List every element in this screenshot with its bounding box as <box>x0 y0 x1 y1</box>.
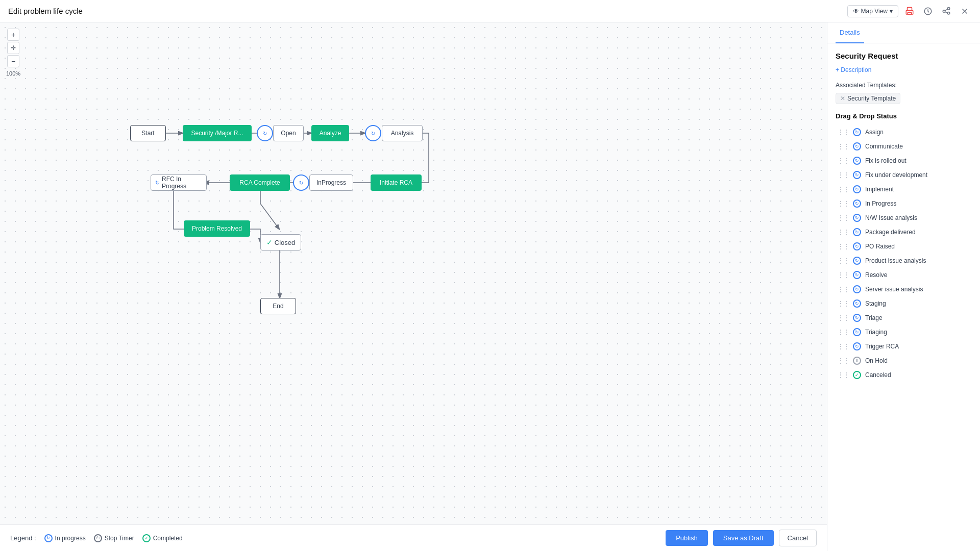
template-tag-x[interactable]: ✕ <box>840 95 845 102</box>
drag-handle[interactable]: ⋮⋮ <box>838 157 849 164</box>
status-item[interactable]: ⋮⋮ ↻ Server issue analysis <box>836 282 972 296</box>
status-item[interactable]: ⋮⋮ ↻ Implement <box>836 182 972 196</box>
status-item[interactable]: ⋮⋮ ↻ Fix is rolled out <box>836 154 972 168</box>
page-title: Edit problem life cycle <box>8 7 83 15</box>
drag-handle[interactable]: ⋮⋮ <box>838 129 849 136</box>
publish-button[interactable]: Publish <box>666 530 708 546</box>
print-icon-button[interactable] <box>902 4 917 18</box>
drag-handle[interactable]: ⋮⋮ <box>838 257 849 264</box>
history-icon-button[interactable] <box>921 4 935 18</box>
add-description-link[interactable]: + Description <box>836 66 972 73</box>
status-item[interactable]: ⋮⋮ ↻ Resolve <box>836 268 972 282</box>
drag-handle[interactable]: ⋮⋮ <box>838 271 849 279</box>
drag-handle[interactable]: ⋮⋮ <box>838 343 849 350</box>
zoom-level: 100% <box>6 70 20 77</box>
status-item[interactable]: ⋮⋮ ⏸ On Hold <box>836 354 972 368</box>
node-security[interactable]: Security /Major R... <box>183 125 252 141</box>
chevron-down-icon: ▾ <box>890 8 893 15</box>
svg-rect-0 <box>908 7 912 10</box>
canvas-area[interactable]: + ✛ − 100% <box>0 22 827 551</box>
drag-handle[interactable]: ⋮⋮ <box>838 329 849 336</box>
panel-title: Security Request <box>836 52 972 60</box>
status-item[interactable]: ⋮⋮ ↻ Assign <box>836 125 972 139</box>
legend-in-progress: In progress <box>44 534 86 542</box>
status-name: PO Raised <box>865 243 895 250</box>
share-icon-button[interactable] <box>939 4 953 18</box>
status-name: Triage <box>865 314 883 321</box>
status-name: Resolve <box>865 271 887 279</box>
node-start[interactable]: Start <box>130 125 166 141</box>
status-item[interactable]: ⋮⋮ ✓ Canceled <box>836 368 972 382</box>
status-name: Canceled <box>865 371 891 379</box>
node-open[interactable]: Open <box>273 125 304 141</box>
status-icon-8: ↻ <box>853 242 861 251</box>
header-actions: 👁 Map View ▾ <box>847 4 972 18</box>
drag-handle[interactable]: ⋮⋮ <box>838 357 849 364</box>
node-closed[interactable]: ✓ Closed <box>260 234 301 251</box>
status-name: Trigger RCA <box>865 343 899 350</box>
status-name: Product issue analysis <box>865 257 926 264</box>
drag-handle[interactable]: ⋮⋮ <box>838 171 849 179</box>
status-item[interactable]: ⋮⋮ ↻ Triaging <box>836 325 972 339</box>
zoom-in-button[interactable]: + <box>7 29 19 41</box>
drag-handle[interactable]: ⋮⋮ <box>838 314 849 321</box>
node-problem-resolved[interactable]: Problem Resolved <box>184 220 250 237</box>
status-item[interactable]: ⋮⋮ ↻ Package delivered <box>836 225 972 239</box>
node-rfc[interactable]: ↻ RFC In Progress <box>151 174 207 191</box>
status-list: ⋮⋮ ↻ Assign ⋮⋮ ↻ Communicate ⋮⋮ ↻ Fix is… <box>836 125 972 382</box>
drag-handle[interactable]: ⋮⋮ <box>838 286 849 293</box>
node-analyze[interactable]: Analyze <box>311 125 349 141</box>
dnd-label: Drag & Drop Status <box>836 112 972 120</box>
status-item[interactable]: ⋮⋮ ↻ PO Raised <box>836 239 972 254</box>
drag-handle[interactable]: ⋮⋮ <box>838 300 849 307</box>
status-item[interactable]: ⋮⋮ ↻ Fix under development <box>836 168 972 182</box>
status-name: N/W Issue analysis <box>865 214 917 221</box>
status-icon-6: ↻ <box>853 214 861 222</box>
node-initiate-rca[interactable]: Initiate RCA <box>371 174 422 191</box>
status-icon-10: ↻ <box>853 271 861 279</box>
legend-completed: ✓ Completed <box>142 534 183 542</box>
drag-handle[interactable]: ⋮⋮ <box>838 200 849 207</box>
drag-handle[interactable]: ⋮⋮ <box>838 243 849 250</box>
status-item[interactable]: ⋮⋮ ↻ Staging <box>836 296 972 311</box>
status-item[interactable]: ⋮⋮ ↻ N/W Issue analysis <box>836 211 972 225</box>
drag-handle[interactable]: ⋮⋮ <box>838 143 849 150</box>
header: Edit problem life cycle 👁 Map View ▾ <box>0 0 980 22</box>
status-item[interactable]: ⋮⋮ ↻ Triage <box>836 311 972 325</box>
drag-handle[interactable]: ⋮⋮ <box>838 214 849 221</box>
zoom-out-button[interactable]: − <box>7 55 19 67</box>
svg-rect-2 <box>908 12 912 14</box>
status-name: Fix is rolled out <box>865 157 906 164</box>
close-icon-button[interactable] <box>958 4 972 18</box>
status-name: Staging <box>865 300 886 307</box>
status-item[interactable]: ⋮⋮ ↻ In Progress <box>836 196 972 211</box>
status-icon-15: ↻ <box>853 342 861 350</box>
status-icon-2: ↻ <box>853 157 861 165</box>
zoom-move-button[interactable]: ✛ <box>7 42 19 54</box>
status-item[interactable]: ⋮⋮ ↻ Trigger RCA <box>836 339 972 354</box>
template-tag: ✕ Security Template <box>836 93 900 104</box>
node-analysis-circle[interactable]: ↻ <box>365 125 381 141</box>
zoom-controls: + ✛ − 100% <box>6 29 20 77</box>
node-rca-complete[interactable]: RCA Complete <box>230 174 290 191</box>
drag-handle[interactable]: ⋮⋮ <box>838 186 849 193</box>
drag-handle[interactable]: ⋮⋮ <box>838 371 849 379</box>
bottom-actions: Publish Save as Draft Cancel <box>666 530 817 546</box>
tab-details[interactable]: Details <box>836 22 864 43</box>
status-name: Communicate <box>865 143 903 150</box>
node-open-circle[interactable]: ↻ <box>257 125 273 141</box>
legend: Legend : In progress ⏱ Stop Timer ✓ Comp… <box>10 534 183 542</box>
drag-handle[interactable]: ⋮⋮ <box>838 229 849 236</box>
node-end[interactable]: End <box>260 298 296 314</box>
node-inprogress[interactable]: InProgress <box>309 174 353 191</box>
node-analysis[interactable]: Analysis <box>382 125 423 141</box>
map-view-button[interactable]: 👁 Map View ▾ <box>847 5 898 17</box>
node-inprogress-circle[interactable]: ↻ <box>293 174 309 191</box>
associated-templates-label: Associated Templates: <box>836 82 972 89</box>
status-icon-9: ↻ <box>853 257 861 265</box>
cancel-button[interactable]: Cancel <box>779 530 817 546</box>
save-draft-button[interactable]: Save as Draft <box>713 530 774 546</box>
status-item[interactable]: ⋮⋮ ↻ Communicate <box>836 139 972 154</box>
status-item[interactable]: ⋮⋮ ↻ Product issue analysis <box>836 254 972 268</box>
svg-line-5 <box>945 9 947 10</box>
